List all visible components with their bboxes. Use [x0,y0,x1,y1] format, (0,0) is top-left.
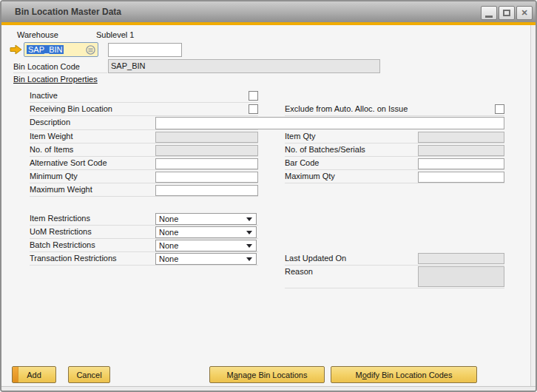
row-exclude: Exclude from Auto. Alloc. on Issue [285,103,504,116]
no-of-items-field [155,145,258,156]
maximum-weight-label: Maximum Weight [30,185,92,194]
sublevel-input[interactable] [108,43,182,57]
cancel-button-label: Cancel [76,371,101,379]
item-restrictions-value: None [159,214,178,223]
exclude-label: Exclude from Auto. Alloc. on Issue [285,104,408,113]
manage-bin-locations-label: Manage Bin Locations [227,371,308,379]
batch-restrictions-dropdown[interactable]: None [155,240,257,251]
alt-sort-code-input[interactable] [155,158,258,169]
section-title: Bin Location Properties [13,75,98,84]
window-right-edge [530,25,536,386]
uom-restrictions-dropdown[interactable]: None [155,226,257,238]
minimum-qty-input[interactable] [155,172,258,183]
last-updated-label: Last Updated On [285,254,346,263]
maximize-button[interactable] [499,6,515,20]
last-updated-field [418,253,504,264]
bin-location-code-row: Bin Location Code [13,61,107,73]
item-restrictions-dropdown[interactable]: None [155,213,257,225]
row-receiving: Receiving Bin Location [30,103,258,116]
item-qty-field [418,132,504,143]
uom-restrictions-label: UoM Restrictions [30,227,92,236]
maximum-qty-label: Maximum Qty [285,172,335,180]
titlebar[interactable]: Bin Location Master Data [1,1,536,22]
maximum-qty-input[interactable] [418,172,504,183]
warehouse-value: SAP_BIN [27,45,64,54]
modify-bin-location-codes-label: Modify Bin Location Codes [356,371,453,379]
default-button-indicator [13,367,18,382]
manage-bin-locations-button[interactable]: Manage Bin Locations [209,366,325,383]
transaction-restrictions-value: None [159,254,178,263]
maximum-weight-input[interactable] [155,185,258,196]
warehouse-label: Warehouse [17,30,58,39]
chevron-down-icon [246,217,252,221]
reason-field [418,266,504,287]
batch-restrictions-value: None [159,241,178,250]
accent-line [1,22,536,25]
minimize-icon [485,16,493,18]
maximize-icon [503,10,510,16]
receiving-label: Receiving Bin Location [30,104,112,113]
inactive-checkbox[interactable] [249,91,258,101]
transaction-restrictions-dropdown[interactable]: None [155,253,257,265]
link-arrow-icon[interactable] [10,44,22,55]
batch-restrictions-label: Batch Restrictions [30,240,95,249]
no-of-batches-label: No. of Batches/Serials [285,145,365,154]
window-bottom-edge [1,386,536,391]
item-restrictions-label: Item Restrictions [30,214,90,223]
receiving-checkbox[interactable] [249,104,258,114]
item-qty-label: Item Qty [285,132,316,141]
chevron-down-icon [246,257,252,261]
item-weight-field [155,132,258,143]
description-label: Description [30,118,70,126]
bin-location-code-label: Bin Location Code [13,62,80,71]
exclude-checkbox[interactable] [495,104,504,114]
choose-from-list-icon[interactable] [86,45,95,55]
no-of-items-label: No. of Items [30,145,73,154]
minimize-button[interactable] [481,6,497,20]
add-button-label: Add [27,371,41,379]
inactive-label: Inactive [30,91,58,100]
bin-location-master-data-window: Bin Location Master Data ✕ Warehouse Sub… [0,0,537,392]
chevron-down-icon [246,244,252,248]
minimum-qty-label: Minimum Qty [30,172,78,180]
warehouse-field[interactable]: SAP_BIN [24,42,98,57]
sublevel-label: Sublevel 1 [96,30,134,39]
bin-location-code-field: SAP_BIN [108,59,380,73]
cancel-button[interactable]: Cancel [68,366,110,383]
alt-sort-code-label: Alternative Sort Code [30,158,107,167]
description-input[interactable] [155,117,504,129]
transaction-restrictions-label: Transaction Restrictions [30,254,117,263]
add-button[interactable]: Add [12,366,56,383]
uom-restrictions-value: None [159,228,178,237]
bar-code-input[interactable] [418,158,504,169]
bar-code-label: Bar Code [285,158,319,167]
no-of-batches-field [418,145,504,156]
chevron-down-icon [246,231,252,234]
row-inactive: Inactive [30,89,258,103]
close-icon: ✕ [521,9,527,17]
item-weight-label: Item Weight [30,132,73,141]
close-button[interactable]: ✕ [516,6,533,20]
modify-bin-location-codes-button[interactable]: Modify Bin Location Codes [331,366,477,383]
window-title: Bin Location Master Data [15,7,121,17]
reason-label: Reason [285,267,313,276]
